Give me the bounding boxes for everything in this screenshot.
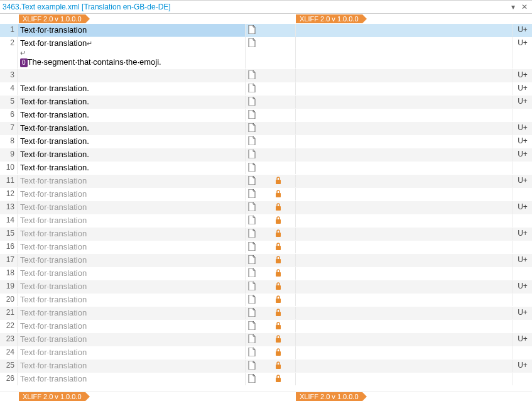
segment-row[interactable]: 7Text·for·translation.U+ xyxy=(0,122,532,135)
source-cell[interactable]: Text·for·translation xyxy=(18,320,246,332)
unicode-indicator[interactable] xyxy=(513,188,532,200)
unicode-indicator[interactable]: U+ xyxy=(513,228,532,240)
segment-row[interactable]: 13Text·for·translationU+ xyxy=(0,201,532,214)
source-cell[interactable]: Text·for·translation. xyxy=(18,162,246,174)
target-cell[interactable] xyxy=(296,214,513,227)
source-cell[interactable]: Text·for·translation xyxy=(18,267,246,280)
target-cell[interactable] xyxy=(296,254,513,266)
target-cell[interactable] xyxy=(296,360,513,372)
target-cell[interactable] xyxy=(296,122,513,135)
source-cell[interactable]: Text·for·translation xyxy=(18,254,246,266)
source-cell[interactable]: Text·for·translation xyxy=(18,346,246,359)
source-cell[interactable]: Text·for·translation xyxy=(18,360,246,372)
unicode-indicator[interactable]: U+ xyxy=(513,307,532,319)
unicode-indicator[interactable]: U+ xyxy=(513,175,532,187)
unicode-indicator[interactable] xyxy=(513,241,532,253)
target-cell[interactable] xyxy=(296,175,513,187)
segment-row[interactable]: 19Text·for·translationU+ xyxy=(0,280,532,294)
target-cell[interactable] xyxy=(296,96,513,108)
segment-row[interactable]: 10Text·for·translation. xyxy=(0,162,532,175)
close-icon[interactable]: ✕ xyxy=(519,2,529,12)
unicode-indicator[interactable] xyxy=(513,214,532,227)
target-cell[interactable] xyxy=(296,37,513,69)
unicode-indicator[interactable]: U+ xyxy=(513,333,532,346)
segment-row[interactable]: 15Text·for·translationU+ xyxy=(0,228,532,241)
source-cell[interactable]: Text·for·translation. xyxy=(18,96,246,108)
segment-row[interactable]: 17Text·for·translationU+ xyxy=(0,254,532,267)
source-cell[interactable]: Text·for·translation xyxy=(18,280,246,293)
unicode-indicator[interactable]: U+ xyxy=(513,24,532,36)
unicode-indicator[interactable]: U+ xyxy=(513,96,532,108)
source-cell[interactable]: Text·for·translation xyxy=(18,373,246,385)
unicode-indicator[interactable]: U+ xyxy=(513,280,532,293)
target-cell[interactable] xyxy=(296,346,513,359)
unicode-indicator[interactable] xyxy=(513,294,532,306)
source-cell[interactable]: Text·for·translation xyxy=(18,24,246,36)
target-cell[interactable] xyxy=(296,109,513,121)
target-cell[interactable] xyxy=(296,373,513,385)
target-cell[interactable] xyxy=(296,267,513,280)
unicode-indicator[interactable]: U+ xyxy=(513,148,532,161)
source-cell[interactable]: Text·for·translation xyxy=(18,294,246,306)
segment-row[interactable]: 12Text·for·translation xyxy=(0,188,532,201)
target-cell[interactable] xyxy=(296,24,513,36)
source-cell[interactable]: Text·for·translation. xyxy=(18,109,246,121)
target-cell[interactable] xyxy=(296,135,513,148)
segment-row[interactable]: 2Text·for·translation↵↵0The·segment·that… xyxy=(0,37,532,69)
segment-row[interactable]: 26Text·for·translation xyxy=(0,373,532,386)
segment-row[interactable]: 20Text·for·translation xyxy=(0,294,532,307)
source-cell[interactable]: Text·for·translation xyxy=(18,201,246,214)
unicode-indicator[interactable]: U+ xyxy=(513,69,532,82)
unicode-indicator[interactable]: U+ xyxy=(513,82,532,95)
segment-row[interactable]: 24Text·for·translation xyxy=(0,346,532,360)
segment-row[interactable]: 21Text·for·translationU+ xyxy=(0,307,532,320)
segment-row[interactable]: 5Text·for·translation.U+ xyxy=(0,96,532,109)
target-cell[interactable] xyxy=(296,188,513,200)
source-cell[interactable]: Text·for·translation xyxy=(18,228,246,240)
segment-row[interactable]: 18Text·for·translation xyxy=(0,267,532,280)
source-cell[interactable]: Text·for·translation. xyxy=(18,122,246,135)
segment-row[interactable]: 25Text·for·translationU+ xyxy=(0,360,532,373)
target-cell[interactable] xyxy=(296,148,513,161)
segment-row[interactable]: 6Text·for·translation. xyxy=(0,109,532,122)
segment-row[interactable]: 14Text·for·translation xyxy=(0,214,532,228)
target-cell[interactable] xyxy=(296,280,513,293)
source-cell[interactable]: Text·for·translation xyxy=(18,307,246,319)
target-cell[interactable] xyxy=(296,162,513,174)
unicode-indicator[interactable]: U+ xyxy=(513,254,532,266)
source-cell[interactable]: Text·for·translation xyxy=(18,241,246,253)
target-cell[interactable] xyxy=(296,333,513,346)
unicode-indicator[interactable]: U+ xyxy=(513,37,532,69)
unicode-indicator[interactable] xyxy=(513,373,532,385)
format-tag-source[interactable]: XLIFF 2.0 v 1.0.0.0 xyxy=(19,14,85,23)
target-cell[interactable] xyxy=(296,228,513,240)
segment-row[interactable]: 3U+ xyxy=(0,69,532,82)
source-cell[interactable]: Text·for·translation. xyxy=(18,135,246,148)
source-cell[interactable]: Text·for·translation xyxy=(18,214,246,227)
dropdown-icon[interactable]: ▾ xyxy=(508,2,518,12)
segment-row[interactable]: 9Text·for·translation.U+ xyxy=(0,148,532,162)
target-cell[interactable] xyxy=(296,307,513,319)
unicode-indicator[interactable]: U+ xyxy=(513,360,532,372)
source-cell[interactable]: Text·for·translation↵↵0The·segment·that·… xyxy=(18,37,246,69)
format-tag-source-footer[interactable]: XLIFF 2.0 v 1.0.0.0 xyxy=(19,392,85,401)
segment-grid[interactable]: 1Text·for·translationU+2Text·for·transla… xyxy=(0,24,532,391)
unicode-indicator[interactable]: U+ xyxy=(513,122,532,135)
segment-row[interactable]: 22Text·for·translation xyxy=(0,320,532,333)
target-cell[interactable] xyxy=(296,82,513,95)
source-cell[interactable]: Text·for·translation. xyxy=(18,82,246,95)
unicode-indicator[interactable]: U+ xyxy=(513,135,532,148)
format-tag-target[interactable]: XLIFF 2.0 v 1.0.0.0 xyxy=(296,14,362,23)
inline-tag[interactable]: 0 xyxy=(20,58,28,67)
source-cell[interactable]: Text·for·translation xyxy=(18,188,246,200)
source-cell[interactable] xyxy=(18,69,246,82)
unicode-indicator[interactable] xyxy=(513,346,532,359)
segment-row[interactable]: 16Text·for·translation xyxy=(0,241,532,254)
target-cell[interactable] xyxy=(296,201,513,214)
segment-row[interactable]: 8Text·for·translation.U+ xyxy=(0,135,532,148)
segment-row[interactable]: 1Text·for·translationU+ xyxy=(0,24,532,37)
segment-row[interactable]: 4Text·for·translation.U+ xyxy=(0,82,532,96)
unicode-indicator[interactable]: U+ xyxy=(513,201,532,214)
target-cell[interactable] xyxy=(296,69,513,82)
target-cell[interactable] xyxy=(296,320,513,332)
